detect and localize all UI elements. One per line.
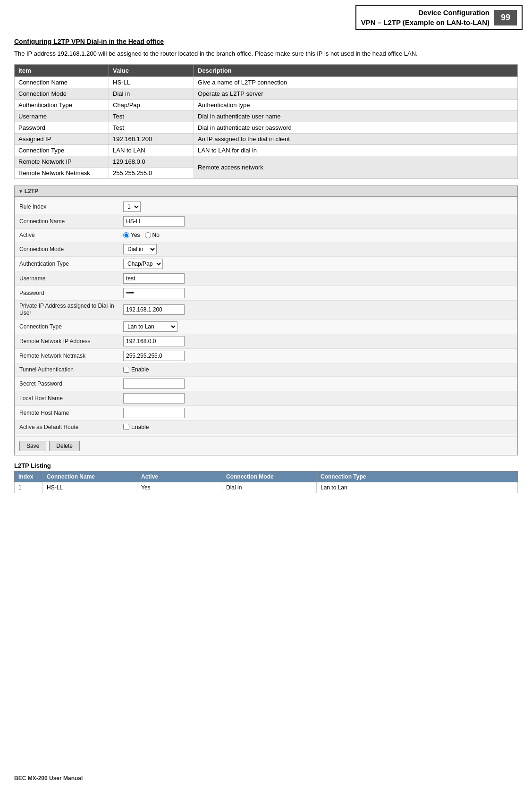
tunnel-auth-checkbox-label[interactable]: Enable bbox=[123, 366, 149, 373]
tunnel-auth-control: Enable bbox=[123, 366, 149, 373]
active-label: Active bbox=[19, 232, 123, 238]
intro-text: The IP address 192.168.1.200 will be ass… bbox=[14, 49, 518, 59]
password-input[interactable] bbox=[123, 288, 185, 298]
config-table-cell: Connection Mode bbox=[15, 88, 109, 99]
form-buttons-row: Save Delete bbox=[15, 437, 517, 455]
header-title-block: Device Configuration VPN – L2TP (Example… bbox=[355, 5, 523, 30]
listing-table-cell: HS-LL bbox=[43, 482, 137, 493]
secret-password-label: Secret Password bbox=[19, 380, 123, 387]
listing-col-connection-type: Connection Type bbox=[317, 471, 518, 482]
auth-type-control: Chap/Pap Pap Chap bbox=[123, 259, 163, 269]
page-number: 99 bbox=[494, 10, 517, 25]
local-host-label: Local Host Name bbox=[19, 395, 123, 402]
form-panel-title: L2TP bbox=[15, 186, 517, 197]
local-host-input[interactable] bbox=[123, 393, 185, 404]
form-row-active-default-route: Active as Default Route Enable bbox=[15, 421, 517, 434]
connection-name-input[interactable] bbox=[123, 216, 185, 227]
listing-table-cell: Yes bbox=[137, 482, 222, 493]
config-table-cell: Test bbox=[109, 122, 194, 133]
rule-index-label: Rule Index bbox=[19, 203, 123, 210]
listing-table-cell: 1 bbox=[15, 482, 43, 493]
remote-host-label: Remote Host Name bbox=[19, 410, 123, 416]
active-default-route-checkbox[interactable] bbox=[123, 424, 129, 430]
listing-table-cell: Lan to Lan bbox=[317, 482, 518, 493]
active-default-route-control: Enable bbox=[123, 424, 149, 430]
secret-password-input[interactable] bbox=[123, 379, 185, 389]
col-header-value: Value bbox=[109, 64, 194, 76]
tunnel-auth-label: Tunnel Authentication bbox=[19, 366, 123, 373]
listing-table-cell: Dial in bbox=[222, 482, 317, 493]
remote-network-ip-control bbox=[123, 336, 185, 346]
remote-host-input[interactable] bbox=[123, 408, 185, 418]
listing-table-row: 1HS-LLYesDial inLan to Lan bbox=[15, 482, 518, 493]
private-ip-label: Private IP Address assigned to Dial-inUs… bbox=[19, 303, 123, 317]
config-table-cell: Remote Network IP bbox=[15, 156, 109, 167]
listing-col-connection-name: Connection Name bbox=[43, 471, 137, 482]
secret-password-control bbox=[123, 379, 185, 389]
active-default-route-checkbox-label[interactable]: Enable bbox=[123, 424, 149, 430]
config-table-cell: Remote access network bbox=[194, 156, 518, 178]
listing-title: L2TP Listing bbox=[14, 460, 518, 471]
tunnel-auth-checkbox[interactable] bbox=[123, 367, 129, 373]
username-label: Username bbox=[19, 275, 123, 282]
config-table-cell: LAN to LAN for dial in bbox=[194, 144, 518, 156]
config-table-cell: HS-LL bbox=[109, 76, 194, 88]
config-table-cell: Remote Network Netmask bbox=[15, 167, 109, 178]
config-table-cell: Assigned IP bbox=[15, 133, 109, 144]
config-table-cell: Dial in authenticate user password bbox=[194, 122, 518, 133]
active-no-label[interactable]: No bbox=[145, 232, 160, 238]
private-ip-input[interactable] bbox=[123, 304, 185, 315]
auth-type-select[interactable]: Chap/Pap Pap Chap bbox=[123, 259, 163, 269]
config-table-cell: Connection Name bbox=[15, 76, 109, 88]
config-table-cell: LAN to LAN bbox=[109, 144, 194, 156]
active-yes-radio[interactable] bbox=[123, 232, 129, 238]
connection-type-select[interactable]: Lan to Lan Remote Access bbox=[123, 321, 177, 332]
config-table-cell: Operate as L2TP server bbox=[194, 88, 518, 99]
username-control bbox=[123, 273, 185, 284]
l2tp-form-panel: L2TP Rule Index 1 Connection Name bbox=[14, 185, 518, 455]
connection-name-label: Connection Name bbox=[19, 218, 123, 225]
config-table-cell: Give a name of L2TP connection bbox=[194, 76, 518, 88]
password-control bbox=[123, 288, 185, 298]
listing-col-active: Active bbox=[137, 471, 222, 482]
connection-mode-select[interactable]: Dial in Dial out bbox=[123, 244, 157, 254]
local-host-control bbox=[123, 393, 185, 404]
config-table-cell: Authentication type bbox=[194, 99, 518, 110]
save-button[interactable]: Save bbox=[19, 441, 46, 451]
config-table-cell: Dial in authenticate user name bbox=[194, 110, 518, 122]
config-table-cell: Password bbox=[15, 122, 109, 133]
remote-network-ip-label: Remote Network IP Address bbox=[19, 338, 123, 345]
active-no-radio[interactable] bbox=[145, 232, 151, 238]
form-row-password: Password bbox=[15, 286, 517, 301]
form-row-connection-mode: Connection Mode Dial in Dial out bbox=[15, 242, 517, 257]
active-control: Yes No bbox=[123, 232, 160, 238]
form-row-tunnel-auth: Tunnel Authentication Enable bbox=[15, 363, 517, 377]
config-table: Item Value Description Connection NameHS… bbox=[14, 64, 518, 179]
rule-index-control: 1 bbox=[123, 202, 141, 212]
connection-name-control bbox=[123, 216, 185, 227]
form-row-rule-index: Rule Index 1 bbox=[15, 200, 517, 214]
config-table-cell: Username bbox=[15, 110, 109, 122]
delete-button[interactable]: Delete bbox=[49, 441, 80, 451]
remote-host-control bbox=[123, 408, 185, 418]
remote-netmask-control bbox=[123, 351, 185, 361]
header-title-text: Device Configuration VPN – L2TP (Example… bbox=[361, 8, 490, 27]
private-ip-control bbox=[123, 304, 185, 315]
config-table-cell: Dial in bbox=[109, 88, 194, 99]
remote-network-ip-input[interactable] bbox=[123, 336, 185, 346]
page-footer: BEC MX-200 User Manual bbox=[14, 775, 83, 782]
form-body: Rule Index 1 Connection Name Active bbox=[15, 197, 517, 437]
listing-col-index: Index bbox=[15, 471, 43, 482]
config-table-cell: 255.255.255.0 bbox=[109, 167, 194, 178]
connection-type-control: Lan to Lan Remote Access bbox=[123, 321, 177, 332]
username-input[interactable] bbox=[123, 273, 185, 284]
form-row-remote-network-ip: Remote Network IP Address bbox=[15, 334, 517, 349]
page-header: Device Configuration VPN – L2TP (Example… bbox=[0, 0, 532, 30]
active-yes-label[interactable]: Yes bbox=[123, 232, 140, 238]
rule-index-select[interactable]: 1 bbox=[123, 202, 141, 212]
remote-netmask-input[interactable] bbox=[123, 351, 185, 361]
main-content: Configuring L2TP VPN Dial-in in the Head… bbox=[0, 38, 532, 493]
config-table-cell: Chap/Pap bbox=[109, 99, 194, 110]
password-label: Password bbox=[19, 290, 123, 296]
connection-type-label: Connection Type bbox=[19, 323, 123, 330]
